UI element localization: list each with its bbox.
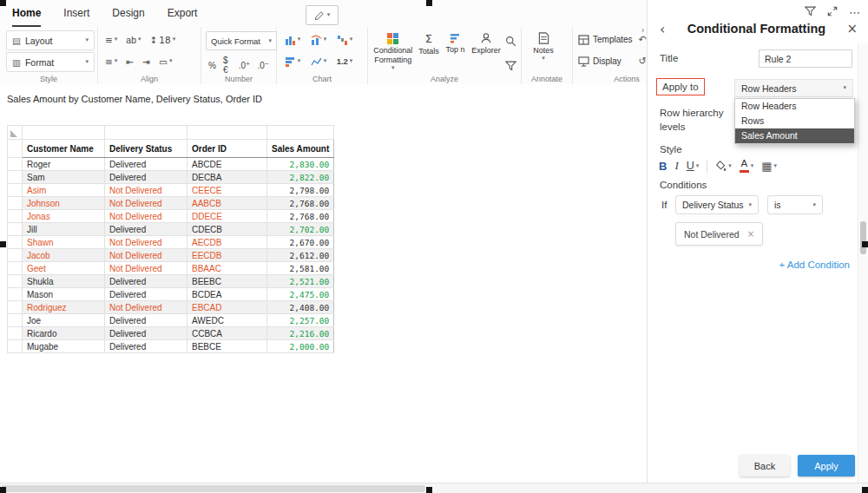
row-height-control[interactable]: ↕18▾ <box>148 34 179 46</box>
column-chart-button[interactable]: ▾ <box>279 29 306 50</box>
chevron-down-icon: ▾ <box>85 37 89 43</box>
amount-cell: 2,581.00 <box>267 262 334 275</box>
cell-shape-button[interactable]: ▭▾ <box>156 56 174 68</box>
currency-format-button[interactable]: $ € <box>223 56 232 75</box>
table-row[interactable]: AsimNot DeliveredCEECE2,798.00 <box>8 184 334 197</box>
increase-decimals-button[interactable]: .0⁺ <box>239 61 251 70</box>
order-cell: BBAAC <box>187 262 267 275</box>
pencil-icon <box>314 10 325 21</box>
vertical-scrollbar-thumb[interactable] <box>860 221 866 254</box>
apply-button[interactable]: Apply <box>798 455 855 477</box>
horizontal-scrollbar[interactable] <box>0 483 868 493</box>
explorer-button[interactable]: Explorer <box>469 29 503 56</box>
waterfall-chart-button[interactable]: ▾ <box>332 29 358 50</box>
tab-home[interactable]: Home <box>12 0 41 27</box>
table-row[interactable]: SamDeliveredDECBA2,822.00 <box>8 171 334 184</box>
format-button[interactable]: ▥ Format ▾ <box>6 52 95 72</box>
vertical-align-button[interactable]: ≡▾ <box>102 56 120 68</box>
decrease-indent-button[interactable]: ⇤ <box>123 56 136 68</box>
table-row[interactable]: MugabeDeliveredBEBCE2,000.00 <box>8 340 334 353</box>
back-button[interactable]: Back <box>740 455 790 477</box>
close-icon[interactable]: × <box>844 21 860 36</box>
table-row[interactable]: RodriguezNot DeliveredEBCAD2,408.00 <box>8 301 334 314</box>
table-row[interactable]: ShuklaDeliveredBEEBC2,521.00 <box>8 275 334 288</box>
panel-back-chevron[interactable]: ‹ <box>656 21 668 37</box>
table-row[interactable]: GeetNot DeliveredBBAAC2,581.00 <box>8 262 334 275</box>
line-chart-button[interactable]: ▾ <box>306 50 332 72</box>
condition-value-chip[interactable]: Not Delivered × <box>675 222 763 246</box>
fill-color-button[interactable]: ▾ <box>715 161 732 172</box>
percent-format-button[interactable]: % <box>208 61 216 70</box>
notes-button[interactable]: Notes ▾ <box>524 29 562 62</box>
italic-button[interactable]: I <box>674 159 678 173</box>
table-row[interactable]: RicardoDeliveredCCBCA2,216.00 <box>8 327 334 340</box>
table-row[interactable]: JonasNot DeliveredDDECE2,768.00 <box>8 210 334 223</box>
bar-chart-button[interactable]: ▾ <box>279 50 306 72</box>
layout-button[interactable]: ▤ Layout ▾ <box>6 30 95 50</box>
order-cell: EECDB <box>187 249 267 262</box>
borders-button[interactable]: ▦ ▾ <box>761 160 777 173</box>
chip-close-icon[interactable]: × <box>747 229 754 239</box>
conditional-formatting-button[interactable]: Conditional Formatting ▾ <box>371 29 416 71</box>
filter-button[interactable] <box>505 59 516 75</box>
increase-indent-button[interactable]: ⇥ <box>140 56 153 68</box>
resize-handle[interactable] <box>0 241 6 247</box>
table-row[interactable]: MasonDeliveredBCDEA2,475.00 <box>8 288 334 301</box>
apply-to-option[interactable]: Row Headers <box>735 99 854 114</box>
table-row[interactable]: JacobNot DeliveredEECDB2,612.00 <box>8 249 334 262</box>
horizontal-scrollbar-thumb[interactable] <box>1 485 425 492</box>
table-row[interactable]: JoeDeliveredAWEDC2,257.00 <box>8 314 334 327</box>
quick-format-dropdown[interactable]: Quick Format ▾ <box>206 31 277 50</box>
customer-cell: Mason <box>23 288 105 301</box>
resize-handle[interactable] <box>862 487 868 493</box>
ribbon-collapse-chevron[interactable]: › <box>641 24 645 36</box>
corner-triangle-icon <box>10 130 17 137</box>
templates-button[interactable]: Templates <box>575 29 635 50</box>
add-condition-link[interactable]: + Add Condition <box>779 260 850 270</box>
top-n-button[interactable]: Top n <box>442 29 469 55</box>
combo-chart-button[interactable]: ▾ <box>306 29 332 50</box>
resize-handle[interactable] <box>0 487 6 493</box>
order-cell: DECBA <box>187 171 267 184</box>
resize-handle[interactable] <box>0 0 6 6</box>
condition-field-dropdown[interactable]: Delivery Status ▾ <box>675 195 759 214</box>
resize-handle[interactable] <box>426 0 432 6</box>
display-button[interactable]: Display <box>575 50 635 72</box>
resize-handle[interactable] <box>862 241 868 247</box>
bold-button[interactable]: B <box>659 160 667 173</box>
chevron-down-icon: ▾ <box>173 36 176 43</box>
column-header[interactable]: Customer Name <box>23 140 105 158</box>
chevron-down-icon: ▾ <box>138 36 141 43</box>
table-row[interactable]: RogerDeliveredABCDE2,830.00 <box>8 158 334 171</box>
apply-to-option[interactable]: Rows <box>735 114 854 128</box>
tab-export[interactable]: Export <box>168 0 198 27</box>
tab-insert[interactable]: Insert <box>63 0 89 27</box>
underline-button[interactable]: U▾ <box>687 160 700 172</box>
tab-design[interactable]: Design <box>112 0 144 27</box>
number-format-chart-button[interactable]: 1.2 ▾ <box>332 50 358 72</box>
table-row[interactable]: ShawnNot DeliveredAECDB2,670.00 <box>8 236 334 249</box>
select-all-corner[interactable] <box>8 126 23 140</box>
amount-cell: 2,000.00 <box>267 340 334 353</box>
expand-icon <box>827 6 838 16</box>
decrease-decimals-button[interactable]: .0⁻ <box>257 61 269 70</box>
resize-handle[interactable] <box>426 487 432 493</box>
refresh-button[interactable]: ↺ <box>638 56 646 67</box>
totals-button[interactable]: Σ Totals <box>416 29 443 56</box>
edit-mode-button[interactable]: ▾ <box>306 5 339 25</box>
font-color-button[interactable]: A ▾ <box>740 159 754 173</box>
table-row[interactable]: JillDeliveredCDECB2,702.00 <box>8 223 334 236</box>
column-header[interactable]: Order ID <box>187 140 267 158</box>
vertical-scrollbar[interactable] <box>858 43 868 483</box>
operator-dropdown[interactable]: is ▾ <box>767 195 823 214</box>
column-header[interactable]: Delivery Status <box>105 140 187 158</box>
apply-to-dropdown[interactable]: Row Headers ▾ <box>734 79 853 97</box>
order-cell: EBCAD <box>187 301 267 314</box>
search-button[interactable] <box>505 35 516 50</box>
horizontal-align-button[interactable]: ≡▾ <box>102 34 120 46</box>
apply-to-option[interactable]: Sales Amount <box>735 128 854 143</box>
rule-title-input[interactable] <box>759 49 852 68</box>
table-row[interactable]: JohnsonNot DeliveredAABCB2,768.00 <box>8 197 334 210</box>
column-header[interactable]: Sales Amount <box>267 140 334 158</box>
wrap-text-button[interactable]: ab▾ <box>123 34 143 46</box>
